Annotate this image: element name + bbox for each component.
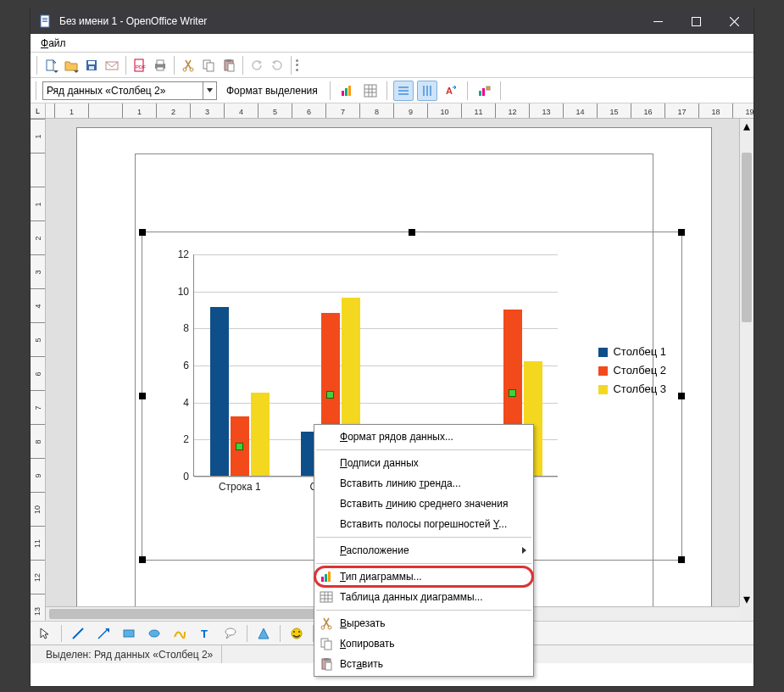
- series-selection-marker: [236, 443, 243, 450]
- svg-point-18: [190, 68, 193, 71]
- ctx-mean-line[interactable]: Вставить линию среднего значения: [314, 494, 533, 514]
- resize-handle[interactable]: [678, 229, 685, 236]
- ctx-trend-line[interactable]: Вставить линию тренда...: [314, 473, 533, 494]
- basic-shapes-tool[interactable]: [254, 624, 273, 643]
- svg-rect-5: [692, 17, 701, 25]
- ctx-label: Расположение: [340, 544, 409, 556]
- legend-swatch: [598, 366, 608, 376]
- resize-handle[interactable]: [678, 393, 685, 399]
- menu-file[interactable]: Файл: [36, 36, 71, 51]
- resize-handle[interactable]: [139, 229, 146, 236]
- ruler-corner: L: [31, 103, 46, 119]
- resize-handle[interactable]: [139, 556, 146, 563]
- maximize-button[interactable]: [677, 8, 715, 34]
- legend-swatch: [598, 348, 608, 357]
- svg-marker-52: [259, 628, 269, 639]
- chart-type-button[interactable]: [336, 81, 357, 101]
- svg-rect-28: [345, 88, 348, 96]
- y-tick-label: 2: [169, 433, 189, 445]
- redo-button[interactable]: [268, 56, 286, 75]
- combo-dropdown-button[interactable]: [203, 82, 216, 99]
- chart-element-input[interactable]: [43, 82, 203, 99]
- paste-button[interactable]: [220, 56, 238, 75]
- legend-swatch: [598, 385, 608, 394]
- svg-point-49: [149, 630, 159, 637]
- cut-button[interactable]: [179, 56, 197, 75]
- svg-rect-30: [364, 85, 376, 97]
- rectangle-tool[interactable]: [120, 624, 138, 643]
- vgrid-button[interactable]: [417, 81, 437, 101]
- vertical-scrollbar[interactable]: ▴ ▾: [739, 119, 753, 606]
- svg-rect-44: [487, 86, 490, 90]
- ctx-error-bars[interactable]: Вставить полосы погрешностей Y...: [314, 514, 533, 534]
- svg-point-17: [183, 68, 186, 71]
- svg-rect-29: [348, 86, 351, 96]
- series-selection-marker: [509, 389, 516, 397]
- svg-point-64: [321, 626, 325, 629]
- ctx-data-labels[interactable]: Подписи данных: [314, 453, 533, 473]
- ellipse-tool[interactable]: [145, 624, 164, 643]
- ctx-data-table[interactable]: Таблица данных диаграммы...: [314, 587, 533, 607]
- resize-handle[interactable]: [678, 556, 685, 563]
- x-tick-label: Строка 1: [219, 481, 261, 493]
- ctx-chart-type[interactable]: Тип диаграммы...: [314, 566, 533, 587]
- paste-icon: [320, 657, 333, 671]
- freeform-tool[interactable]: [170, 624, 189, 643]
- legend-item[interactable]: Столбец 1: [598, 343, 666, 361]
- chart-bar[interactable]: [251, 393, 270, 476]
- chart-data-button[interactable]: [360, 81, 381, 101]
- series-selection-marker: [326, 391, 334, 399]
- svg-point-55: [298, 631, 300, 633]
- legend-button[interactable]: [474, 81, 494, 101]
- hgrid-button[interactable]: [393, 81, 414, 101]
- resize-handle[interactable]: [409, 229, 415, 236]
- callout-tool[interactable]: [221, 624, 240, 643]
- ctx-arrangement[interactable]: Расположение: [314, 540, 533, 561]
- scroll-up-button[interactable]: ▴: [740, 119, 753, 133]
- new-doc-button[interactable]: [42, 56, 60, 75]
- ctx-label: Подписи данных: [340, 457, 419, 469]
- svg-text:PDF: PDF: [136, 64, 146, 70]
- close-button[interactable]: [715, 8, 753, 34]
- y-tick-label: 12: [169, 248, 189, 260]
- chart-element-combo[interactable]: [42, 81, 217, 100]
- ctx-copy[interactable]: Копировать: [314, 633, 533, 654]
- svg-rect-59: [320, 592, 332, 602]
- svg-rect-6: [47, 60, 53, 70]
- minimize-button[interactable]: [639, 8, 677, 34]
- pointer-tool[interactable]: [36, 624, 54, 643]
- svg-rect-43: [482, 88, 485, 96]
- ctx-format-series[interactable]: Формат рядов данных...: [314, 427, 533, 447]
- ctx-cut[interactable]: Вырезать: [314, 613, 533, 633]
- chart-bar[interactable]: [210, 307, 229, 476]
- format-selection-button[interactable]: Формат выделения: [220, 82, 324, 99]
- ctx-label: Копировать: [340, 638, 395, 650]
- email-button[interactable]: [103, 56, 121, 75]
- print-button[interactable]: [151, 56, 170, 75]
- legend-item[interactable]: Столбец 3: [598, 380, 666, 399]
- ctx-paste[interactable]: Вставить: [314, 654, 533, 674]
- scroll-down-button[interactable]: ▾: [740, 592, 753, 606]
- open-button[interactable]: [62, 56, 81, 75]
- save-button[interactable]: [82, 56, 101, 75]
- chart-legend[interactable]: Столбец 1Столбец 2Столбец 3: [598, 343, 666, 399]
- arrow-tool[interactable]: [94, 624, 113, 643]
- horizontal-ruler[interactable]: 112345678910111213141516171819: [31, 103, 753, 119]
- menu-file-accelerator: Ф: [41, 37, 48, 49]
- legend-item[interactable]: Столбец 2: [598, 361, 666, 380]
- resize-handle[interactable]: [139, 393, 146, 399]
- copy-button[interactable]: [199, 56, 218, 75]
- svg-rect-4: [653, 21, 663, 22]
- axis-labels-button[interactable]: A: [441, 81, 461, 101]
- svg-rect-56: [321, 577, 324, 582]
- vertical-ruler[interactable]: 11234567891011121314: [31, 119, 46, 621]
- scroll-thumb[interactable]: [742, 153, 752, 322]
- export-pdf-button[interactable]: PDF: [131, 56, 149, 75]
- line-tool[interactable]: [69, 624, 87, 643]
- toolbar-grip[interactable]: [296, 56, 300, 75]
- symbol-shapes-tool[interactable]: [287, 624, 306, 643]
- undo-button[interactable]: [247, 56, 266, 75]
- text-tool[interactable]: T: [196, 624, 214, 643]
- svg-marker-26: [207, 88, 213, 92]
- svg-rect-2: [42, 20, 47, 20]
